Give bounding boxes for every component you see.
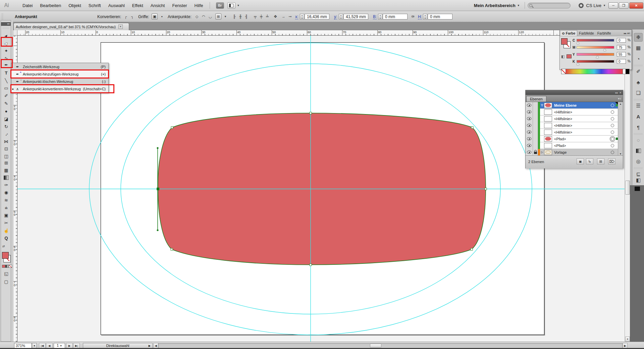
target-circle[interactable] bbox=[611, 110, 614, 114]
layer-name[interactable]: <Hilfslinie> bbox=[554, 117, 572, 121]
new-sublayer-button[interactable]: ↳ bbox=[586, 158, 593, 164]
zoom-level-field[interactable]: 371% bbox=[14, 343, 32, 348]
expand-triangle-icon[interactable]: ▷ bbox=[540, 151, 544, 154]
vertical-scrollbar[interactable]: ▲ ▼ bbox=[625, 36, 630, 342]
transparency-panel-icon[interactable]: ◌ bbox=[634, 136, 643, 144]
menu-ansicht[interactable]: Ansicht bbox=[147, 3, 169, 8]
visibility-toggle[interactable] bbox=[526, 109, 533, 115]
slider-thumb[interactable] bbox=[596, 56, 599, 58]
pathfinder-panel-icon[interactable]: ◧ bbox=[634, 176, 643, 185]
eraser-tool[interactable]: ◪ bbox=[2, 115, 10, 122]
target-circle[interactable] bbox=[611, 144, 614, 147]
menu-objekt[interactable]: Objekt bbox=[65, 3, 85, 8]
paragraph-panel-icon[interactable]: ¶ bbox=[634, 123, 643, 132]
scroll-down-button[interactable]: ▼ bbox=[625, 337, 630, 342]
color-guide-panel-icon[interactable]: ◔ bbox=[634, 54, 643, 63]
link-dimensions-icon[interactable]: 8 bbox=[410, 13, 416, 19]
target-circle[interactable] bbox=[611, 117, 614, 120]
scroll-down-icon[interactable]: ▼ bbox=[618, 153, 623, 155]
layer-thumbnail[interactable] bbox=[544, 143, 552, 148]
height-field[interactable]: 0 mm bbox=[428, 14, 452, 19]
paintbrush-tool[interactable]: ✐ bbox=[2, 92, 10, 99]
visibility-toggle[interactable] bbox=[526, 115, 533, 122]
show-handles-icon[interactable]: ▣ bbox=[152, 13, 158, 19]
slider-thumb[interactable] bbox=[577, 63, 579, 65]
out-of-gamut-cube-icon[interactable]: ◧ bbox=[561, 54, 565, 59]
perspective-grid-tool[interactable]: ⊞ bbox=[2, 159, 10, 166]
width-field[interactable]: 0 mm bbox=[383, 14, 408, 19]
symbols-panel-icon[interactable]: ♣ bbox=[634, 78, 643, 87]
cyan-value[interactable]: 0 bbox=[617, 38, 626, 43]
slider-thumb[interactable] bbox=[577, 42, 579, 44]
dock-grip-icon[interactable] bbox=[634, 133, 643, 135]
layers-scrollbar[interactable]: ▲ ▼ bbox=[618, 102, 623, 156]
menu-hilfe[interactable]: Hilfe bbox=[191, 3, 207, 8]
width-stepper[interactable]: ▴▾ bbox=[378, 14, 382, 19]
visibility-toggle[interactable] bbox=[526, 102, 533, 109]
fill-swatch[interactable] bbox=[2, 252, 9, 259]
ruler-origin-corner[interactable] bbox=[13, 30, 17, 36]
gradient-tool[interactable] bbox=[2, 174, 10, 181]
close-button[interactable]: ✕ bbox=[629, 2, 643, 9]
black-slider[interactable] bbox=[577, 60, 614, 63]
restore-button[interactable]: ❐ bbox=[619, 2, 629, 9]
pencil-tool[interactable]: ✎ bbox=[2, 100, 10, 107]
free-transform-tool[interactable]: ⊡ bbox=[2, 145, 10, 152]
horizontal-ruler[interactable]: 20 10 0 10 20 30 40 50 60 70 80 90 100 1… bbox=[17, 30, 625, 36]
lock-toggle[interactable] bbox=[533, 142, 538, 149]
expand-triangle-icon[interactable]: ▽ bbox=[540, 104, 544, 107]
spectrum-gradient[interactable] bbox=[566, 69, 623, 74]
layer-thumbnail[interactable] bbox=[544, 103, 552, 108]
convert-to-smooth-icon[interactable]: ┐ bbox=[129, 13, 136, 19]
symbol-sprayer-tool[interactable]: ≋ bbox=[2, 197, 10, 204]
visibility-toggle[interactable] bbox=[526, 136, 533, 142]
lock-toggle[interactable] bbox=[533, 109, 538, 115]
slice-tool[interactable]: ✂ bbox=[2, 219, 10, 227]
dock-grip-icon[interactable] bbox=[634, 167, 643, 169]
minimize-button[interactable]: ─ bbox=[608, 2, 618, 9]
tab-farbhilfe[interactable]: Farbhilfe bbox=[596, 31, 613, 36]
anchor-point-selected[interactable] bbox=[157, 188, 159, 190]
anchor-point[interactable] bbox=[310, 264, 312, 266]
layer-thumbnail[interactable] bbox=[544, 150, 552, 155]
none-swatch[interactable] bbox=[561, 69, 566, 74]
menu-datei[interactable]: Datei bbox=[19, 3, 36, 8]
layer-thumbnail[interactable] bbox=[544, 116, 552, 121]
tab-farbfelder[interactable]: Farbfelde bbox=[577, 31, 595, 36]
next-artboard-button[interactable]: ▶ bbox=[66, 343, 73, 348]
convert-to-corner-icon[interactable]: ┌ bbox=[123, 13, 129, 19]
anchor-point[interactable] bbox=[171, 127, 173, 129]
target-circle[interactable] bbox=[611, 151, 614, 154]
dock-grip-icon[interactable] bbox=[634, 30, 643, 32]
lasso-tool[interactable]: ∿ bbox=[2, 55, 10, 62]
layer-row-hilfslinie[interactable]: <Hilfslinie> bbox=[526, 115, 618, 122]
y-stepper[interactable]: ▴▾ bbox=[339, 14, 343, 19]
arrange-documents-button[interactable] bbox=[227, 2, 235, 9]
menu-fenster[interactable]: Fenster bbox=[168, 3, 191, 8]
x-field[interactable]: 16,436 mm bbox=[305, 14, 329, 19]
search-input[interactable] bbox=[528, 3, 571, 8]
scroll-left-button[interactable]: ◀ bbox=[153, 343, 158, 348]
panel-grip-icon[interactable] bbox=[2, 27, 9, 29]
menu-auswahl[interactable]: Auswahl bbox=[105, 3, 128, 8]
layer-name[interactable]: <Hilfslinie> bbox=[554, 110, 572, 114]
anchor-point[interactable] bbox=[171, 248, 173, 250]
x-stepper[interactable]: ▴▾ bbox=[300, 14, 304, 19]
align-left-icon[interactable]: ╟ bbox=[231, 13, 237, 19]
align-top-icon[interactable]: ╤ bbox=[252, 13, 258, 19]
current-tool-display[interactable]: Direktauswahl▶ bbox=[83, 343, 153, 348]
black-swatch[interactable] bbox=[626, 69, 629, 74]
dock-grip-icon[interactable] bbox=[634, 64, 643, 66]
layer-row-pfad-selected[interactable]: <Pfad> bbox=[526, 136, 618, 142]
previous-artboard-button[interactable]: ◀ bbox=[46, 343, 53, 348]
stroke-panel-icon[interactable]: ☰ bbox=[634, 101, 643, 110]
lock-toggle[interactable] bbox=[533, 102, 538, 109]
panel-menu-icon[interactable]: ▾≡ bbox=[618, 97, 623, 102]
menu-item-ankerpunkt-loeschen[interactable]: ✒- Ankerpunkt-löschen-Werkzeug (-) bbox=[11, 78, 108, 85]
lock-toggle[interactable] bbox=[533, 122, 538, 129]
appearance-panel-icon[interactable]: ❏ bbox=[634, 89, 643, 97]
layer-row-hilfslinie[interactable]: <Hilfslinie> bbox=[526, 129, 618, 136]
layer-name[interactable]: <Pfad> bbox=[554, 144, 566, 148]
screen-mode-button[interactable]: ▢ bbox=[2, 278, 10, 285]
gradient-mode-button[interactable] bbox=[5, 265, 9, 268]
